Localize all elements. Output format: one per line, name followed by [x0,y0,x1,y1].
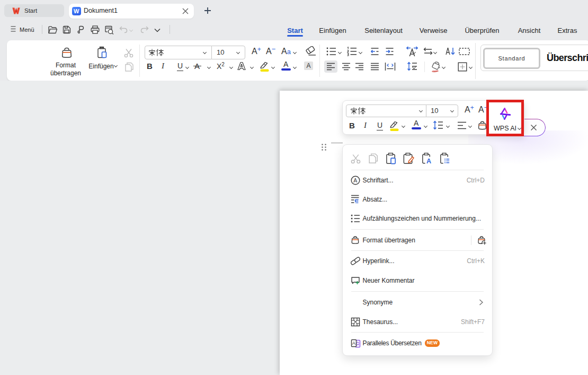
svg-text:A: A [426,158,431,165]
svg-text:A: A [352,340,356,346]
svg-text:A: A [353,177,357,184]
